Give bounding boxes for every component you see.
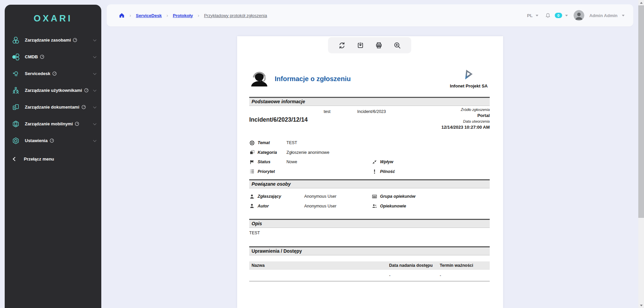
sidebar-item-zarzadzanie-mobilnymi[interactable]: Zarządzanie mobilnymi — [5, 116, 101, 132]
field-label: Opiekunowie — [380, 204, 430, 208]
created-label: Data utworzenia — [441, 119, 490, 124]
basic-fields: Temat TEST Kategoria Zgłoszenie anonimow… — [249, 138, 490, 176]
gauge-icon — [82, 105, 86, 109]
field-value: Anonymous User — [304, 204, 336, 208]
infonet-logo-icon — [463, 69, 475, 81]
column-header-nazwa: Nazwa — [252, 263, 389, 268]
cell-expires: - — [440, 273, 487, 278]
sidebar-item-label: Zarządzanie użytkownikami — [25, 88, 82, 93]
home-icon[interactable] — [119, 12, 125, 18]
print-button[interactable] — [374, 41, 383, 50]
column-header-data-nadania: Data nadania dostępu — [389, 263, 440, 268]
top-header: › ServiceDesk › Protokoły › Przykładowy … — [107, 4, 633, 26]
refresh-button[interactable] — [337, 41, 346, 50]
persons-fields: Zgłaszający Anonymous User Autor Anonymo… — [249, 188, 490, 211]
section-uprawnienia: Uprawnienia / Dostępy — [249, 246, 490, 255]
ticket-reference: Incident/6/2023 — [357, 109, 386, 114]
breadcrumb-link-protokoly[interactable]: Protokoły — [173, 13, 193, 18]
notification-badge: 0 — [555, 13, 562, 18]
language-selector[interactable]: PL — [527, 13, 533, 18]
company-name: Infonet Projekt SA — [450, 83, 488, 88]
field-label: Pilność — [380, 169, 409, 174]
field-value: Nowe — [286, 160, 297, 164]
scroll-up-arrow[interactable] — [638, 0, 644, 5]
avatar[interactable] — [574, 10, 584, 21]
sidebar-item-label: Zarządzanie mobilnymi — [25, 122, 73, 126]
person-pen-icon — [249, 203, 255, 208]
field-pilnosc: Pilność — [372, 167, 482, 177]
life-ring-icon — [249, 140, 255, 145]
sidebar-item-label: Zarządzanie dokumentami — [25, 105, 79, 110]
gauge-icon — [75, 122, 79, 126]
field-label: Grupa opiekunów — [380, 194, 430, 199]
field-label: Kategoria — [258, 150, 286, 155]
scrollbar-thumb[interactable] — [638, 5, 644, 218]
permissions-table: Nazwa Data nadania dostępu Termin ważnoś… — [249, 261, 490, 282]
caret-down-icon[interactable] — [536, 15, 538, 16]
menu-toggle-button[interactable]: Przełącz menu — [5, 150, 101, 167]
table-header-row: Nazwa Data nadania dostępu Termin ważnoś… — [249, 261, 490, 270]
mobile-icon — [11, 120, 20, 128]
breadcrumb-link-servicedesk[interactable]: ServiceDesk — [136, 13, 162, 18]
download-button[interactable] — [356, 41, 365, 50]
field-label: Priorytet — [258, 169, 286, 174]
field-label: Zgłaszający — [258, 194, 304, 199]
field-label: Temat — [258, 140, 286, 145]
sidebar-item-servicedesk[interactable]: Servicedesk — [5, 65, 101, 82]
sidebar-item-zarzadzanie-uzytkownikami[interactable]: Zarządzanie użytkownikami — [5, 82, 101, 99]
document-toolbar — [328, 37, 411, 53]
section-opis: Opis — [249, 219, 490, 228]
source-label: Źródło zgłoszenia — [441, 107, 490, 113]
column-header-termin: Termin ważności — [440, 263, 487, 268]
document-title: Informacje o zgłoszeniu — [275, 75, 351, 83]
scroll-down-arrow[interactable] — [638, 303, 644, 308]
impact-icon — [372, 160, 377, 165]
bell-icon[interactable] — [545, 12, 551, 19]
field-label: Status — [258, 160, 286, 164]
basic-info-meta: test Incident/6/2023 Incident/6/2023/12/… — [249, 106, 490, 138]
sidebar-item-zarzadzanie-zasobami[interactable]: Zarządzanie zasobami — [5, 32, 101, 49]
created-value: 12/14/2023 10:27:00 AM — [441, 124, 490, 131]
table-row: - - — [249, 270, 490, 282]
gauge-icon — [50, 138, 54, 143]
chevron-left-icon — [13, 157, 17, 161]
support-agent-icon — [249, 68, 269, 90]
settings-icon — [11, 137, 20, 145]
tags-icon — [249, 150, 255, 155]
chevron-down-icon — [93, 139, 97, 142]
document-page: Informacje o zgłoszeniu Infonet Projekt … — [237, 36, 503, 308]
field-grupa-opiekunow: Grupa opiekunów — [372, 192, 482, 201]
sidebar-item-ustawienia[interactable]: Ustawienia — [5, 132, 101, 149]
person-icon — [249, 194, 255, 199]
caret-down-icon[interactable] — [565, 15, 568, 16]
breadcrumb-current[interactable]: Przykładowy protokół zgłoszenia — [204, 13, 267, 18]
sidebar-item-label: Servicedesk — [25, 71, 50, 76]
breadcrumb-separator: › — [129, 12, 131, 18]
sidebar-item-cmdb[interactable]: CMDB — [5, 49, 101, 65]
field-temat: Temat TEST — [249, 138, 490, 148]
ticket-short-label: test — [324, 109, 330, 114]
user-name[interactable]: Admin Admin — [589, 13, 618, 18]
section-basic-info: Podstawowe informacje — [249, 97, 490, 106]
source-value: Portal — [441, 113, 490, 119]
field-opiekunowie: Opiekunowie — [372, 201, 482, 211]
zoom-in-button[interactable] — [393, 41, 402, 50]
sidebar-item-zarzadzanie-dokumentami[interactable]: Zarządzanie dokumentami — [5, 99, 101, 116]
chevron-down-icon — [93, 88, 97, 92]
section-persons: Powiązane osoby — [249, 179, 490, 188]
chevron-down-icon — [93, 55, 97, 58]
breadcrumb-separator: › — [166, 12, 168, 18]
chevron-down-icon — [93, 72, 97, 75]
description-content: TEST — [249, 231, 490, 235]
vertical-scrollbar[interactable] — [638, 0, 644, 308]
caret-down-icon[interactable] — [622, 15, 625, 16]
sidebar-item-label: CMDB — [25, 55, 38, 59]
field-value: TEST — [286, 140, 297, 145]
field-value: Anonymous User — [304, 194, 336, 199]
gauge-icon — [40, 55, 44, 59]
assets-icon — [11, 36, 20, 44]
priority-list-icon — [249, 169, 255, 174]
chevron-down-icon — [93, 122, 97, 125]
group-grid-icon — [372, 194, 377, 199]
field-kategoria: Kategoria Zgłoszenie anonimowe — [249, 148, 490, 158]
